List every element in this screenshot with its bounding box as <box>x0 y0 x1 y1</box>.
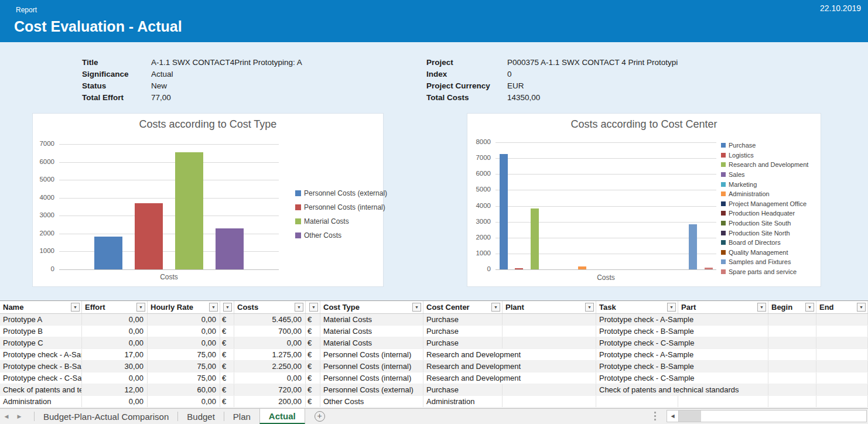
chart-cost-type[interactable]: Costs according to Cost Type 70006000500… <box>32 113 384 287</box>
cell-effort[interactable]: 0,00 <box>82 372 148 384</box>
cell-cost_type[interactable]: Material Costs <box>320 314 423 325</box>
sheet-tab-budget-plan-actual-comparison[interactable]: Budget-Plan-Actual Comparison <box>35 409 177 424</box>
cell-effort[interactable]: 12,00 <box>82 384 148 395</box>
cell-task[interactable]: Prototype check - A-Sample <box>596 349 768 360</box>
cell-cost_center[interactable]: Purchase <box>423 326 503 337</box>
cell-cost_type[interactable]: Other Costs <box>320 396 423 407</box>
sheet-nav-left-icon[interactable]: ◀ <box>0 409 13 424</box>
cell-begin[interactable] <box>768 384 816 395</box>
cell-costs[interactable]: 0,00 <box>234 337 306 348</box>
filter-dropdown-icon[interactable]: ▼ <box>585 303 594 312</box>
cell-effort[interactable]: 30,00 <box>82 361 148 372</box>
cell-cost_type[interactable]: Material Costs <box>320 337 423 348</box>
cell-hourly_rate[interactable]: 0,00 <box>148 314 220 325</box>
cell-cur2[interactable]: € <box>306 326 320 337</box>
chart-cost-center[interactable]: Costs according to Cost Center 800070006… <box>467 113 821 287</box>
cell-cost_center[interactable]: Purchase <box>423 337 503 348</box>
cell-cost_type[interactable]: Personnel Costs (internal) <box>320 372 423 384</box>
cell-plant[interactable] <box>503 384 596 395</box>
cell-costs[interactable]: 200,00 <box>234 396 306 407</box>
cell-hourly_rate[interactable]: 75,00 <box>148 372 220 384</box>
cell-effort[interactable]: 17,00 <box>82 349 148 360</box>
cell-cost_type[interactable]: Personnel Costs (internal) <box>320 361 423 372</box>
column-header-cur1[interactable]: ▼ <box>220 301 234 313</box>
cell-end[interactable] <box>816 384 868 395</box>
cell-end[interactable] <box>816 372 868 384</box>
cell-hourly_rate[interactable]: 0,00 <box>148 326 220 337</box>
filter-dropdown-icon[interactable]: ▼ <box>223 303 232 312</box>
column-header-cost_type[interactable]: Cost Type▼ <box>320 301 423 313</box>
cell-name[interactable]: Prototype C <box>0 337 82 348</box>
cell-hourly_rate[interactable]: 60,00 <box>148 384 220 395</box>
filter-dropdown-icon[interactable]: ▼ <box>667 303 676 312</box>
column-header-plant[interactable]: Plant▼ <box>503 301 596 313</box>
cell-costs[interactable]: 0,00 <box>234 372 306 384</box>
scrollbar-thumb[interactable] <box>679 411 701 422</box>
cell-costs[interactable]: 1.275,00 <box>234 349 306 360</box>
cell-effort[interactable]: 0,00 <box>82 326 148 337</box>
cell-task[interactable]: Prototype check - B-Sample <box>596 326 768 337</box>
cell-plant[interactable] <box>503 326 596 337</box>
column-header-hourly_rate[interactable]: Hourly Rate▼ <box>148 301 220 313</box>
cell-costs[interactable]: 2.250,00 <box>234 361 306 372</box>
cell-begin[interactable] <box>768 326 816 337</box>
cell-name[interactable]: Prototype check - B-Sample <box>0 361 82 372</box>
cell-effort[interactable]: 0,00 <box>82 337 148 348</box>
cell-end[interactable] <box>816 314 868 325</box>
cell-part[interactable] <box>678 396 768 407</box>
column-header-costs[interactable]: Costs▼ <box>234 301 306 313</box>
cell-cur1[interactable]: € <box>220 396 234 407</box>
cell-cur1[interactable]: € <box>220 349 234 360</box>
cell-task[interactable]: Prototype check - C-Sample <box>596 372 768 384</box>
column-header-effort[interactable]: Effort▼ <box>82 301 148 313</box>
column-header-task[interactable]: Task▼ <box>596 301 678 313</box>
cell-name[interactable]: Check of patents and technical standards <box>0 384 82 395</box>
cell-end[interactable] <box>816 326 868 337</box>
cell-cur1[interactable]: € <box>220 314 234 325</box>
cell-cur2[interactable]: € <box>306 396 320 407</box>
cell-effort[interactable]: 0,00 <box>82 396 148 407</box>
cell-cost_type[interactable]: Personnel Costs (internal) <box>320 349 423 360</box>
column-header-cur2[interactable]: ▼ <box>306 301 320 313</box>
horizontal-scrollbar[interactable]: ◀ <box>667 410 867 422</box>
filter-dropdown-icon[interactable]: ▼ <box>136 303 145 312</box>
cell-cur2[interactable]: € <box>306 384 320 395</box>
cell-cur2[interactable]: € <box>306 361 320 372</box>
cell-cur1[interactable]: € <box>220 372 234 384</box>
cell-end[interactable] <box>816 337 868 348</box>
filter-dropdown-icon[interactable]: ▼ <box>209 303 218 312</box>
cell-cost_center[interactable]: Administration <box>423 396 503 407</box>
cell-cur1[interactable]: € <box>220 326 234 337</box>
cell-task[interactable] <box>596 396 678 407</box>
cell-cur2[interactable]: € <box>306 314 320 325</box>
column-header-begin[interactable]: Begin▼ <box>768 301 816 313</box>
cell-task[interactable]: Check of patents and technical standards <box>596 384 768 395</box>
filter-dropdown-icon[interactable]: ▼ <box>491 303 500 312</box>
cell-cost_center[interactable]: Purchase <box>423 384 503 395</box>
cell-cost_center[interactable]: Purchase <box>423 314 503 325</box>
cell-name[interactable]: Prototype check - C-Sample <box>0 372 82 384</box>
cell-name[interactable]: Prototype A <box>0 314 82 325</box>
filter-dropdown-icon[interactable]: ▼ <box>71 303 80 312</box>
cell-plant[interactable] <box>503 396 596 407</box>
column-header-cost_center[interactable]: Cost Center▼ <box>423 301 503 313</box>
scroll-left-icon[interactable]: ◀ <box>667 411 679 422</box>
cell-hourly_rate[interactable]: 0,00 <box>148 337 220 348</box>
sheet-tab-actual[interactable]: Actual <box>259 409 305 424</box>
filter-dropdown-icon[interactable]: ▼ <box>309 303 318 312</box>
cell-name[interactable]: Administration <box>0 396 82 407</box>
filter-dropdown-icon[interactable]: ▼ <box>805 303 814 312</box>
cell-task[interactable]: Prototype check - A-Sample <box>596 314 768 325</box>
cell-cost_type[interactable]: Material Costs <box>320 326 423 337</box>
cell-plant[interactable] <box>503 337 596 348</box>
cell-begin[interactable] <box>768 372 816 384</box>
cell-cur2[interactable]: € <box>306 372 320 384</box>
cell-begin[interactable] <box>768 349 816 360</box>
cell-cur2[interactable]: € <box>306 337 320 348</box>
cell-begin[interactable] <box>768 337 816 348</box>
cell-cost_type[interactable]: Personnel Costs (external) <box>320 384 423 395</box>
tab-resize-handle[interactable] <box>654 412 657 422</box>
cell-cur1[interactable]: € <box>220 361 234 372</box>
cell-cur1[interactable]: € <box>220 337 234 348</box>
cell-end[interactable] <box>816 361 868 372</box>
